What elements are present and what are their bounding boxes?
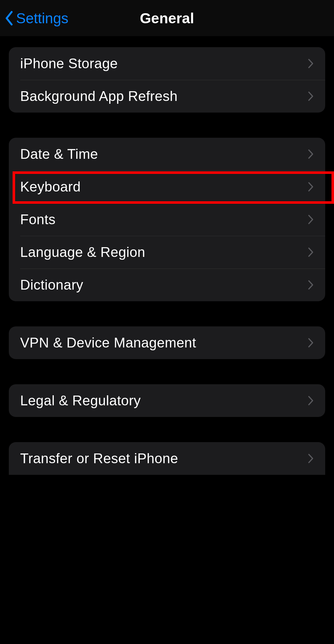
group-vpn: VPN & Device Management xyxy=(9,326,325,359)
row-iphone-storage[interactable]: iPhone Storage xyxy=(9,47,325,80)
settings-general-screen: Settings General iPhone Storage Backgrou… xyxy=(0,0,334,644)
row-language-region[interactable]: Language & Region xyxy=(9,236,325,269)
row-label: Transfer or Reset iPhone xyxy=(20,451,178,466)
navbar-title: General xyxy=(140,10,194,27)
chevron-right-icon xyxy=(308,395,314,406)
chevron-right-icon xyxy=(308,91,314,102)
navbar: Settings General xyxy=(0,0,334,36)
group-reset: Transfer or Reset iPhone xyxy=(9,442,325,475)
group-input-locale: Date & Time Keyboard Fonts Language & Re… xyxy=(9,138,325,301)
row-label: Dictionary xyxy=(20,277,83,293)
group-storage-refresh: iPhone Storage Background App Refresh xyxy=(9,47,325,113)
chevron-right-icon xyxy=(308,58,314,69)
row-keyboard[interactable]: Keyboard xyxy=(9,170,325,203)
row-label: Language & Region xyxy=(20,244,145,260)
chevron-right-icon xyxy=(308,453,314,464)
content: iPhone Storage Background App Refresh Da… xyxy=(0,36,334,475)
row-label: Legal & Regulatory xyxy=(20,393,141,408)
back-label: Settings xyxy=(16,10,68,27)
row-label: Fonts xyxy=(20,212,56,227)
chevron-right-icon xyxy=(308,337,314,348)
group-legal: Legal & Regulatory xyxy=(9,384,325,417)
chevron-right-icon xyxy=(308,247,314,258)
chevron-right-icon xyxy=(308,214,314,225)
row-label: iPhone Storage xyxy=(20,56,118,71)
row-label: VPN & Device Management xyxy=(20,335,196,351)
row-vpn-device-management[interactable]: VPN & Device Management xyxy=(9,326,325,359)
back-button[interactable]: Settings xyxy=(5,0,68,36)
row-date-time[interactable]: Date & Time xyxy=(9,138,325,170)
row-label: Keyboard xyxy=(20,179,81,195)
row-dictionary[interactable]: Dictionary xyxy=(9,269,325,301)
row-transfer-reset[interactable]: Transfer or Reset iPhone xyxy=(9,442,325,475)
chevron-left-icon xyxy=(5,11,14,26)
row-background-app-refresh[interactable]: Background App Refresh xyxy=(9,80,325,113)
row-legal-regulatory[interactable]: Legal & Regulatory xyxy=(9,384,325,417)
row-label: Date & Time xyxy=(20,146,98,162)
chevron-right-icon xyxy=(308,149,314,159)
row-fonts[interactable]: Fonts xyxy=(9,203,325,236)
row-label: Background App Refresh xyxy=(20,88,178,104)
chevron-right-icon xyxy=(308,280,314,290)
chevron-right-icon xyxy=(308,181,314,192)
